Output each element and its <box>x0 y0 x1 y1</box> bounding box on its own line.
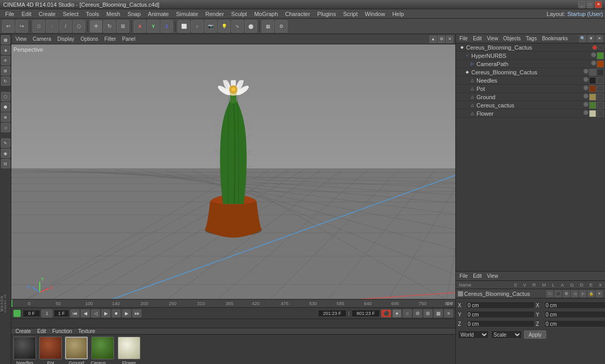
scale-tool-button[interactable]: ⊞ <box>117 20 129 33</box>
attr-btn-3[interactable]: ⚙ <box>563 290 570 297</box>
obj-nurbs-vis[interactable] <box>591 52 596 57</box>
coord-py-input[interactable] <box>544 311 605 318</box>
menu-simulate[interactable]: Simulate <box>173 10 201 18</box>
menu-help[interactable]: Help <box>389 10 407 18</box>
attr-btn-1[interactable]: □ <box>546 290 553 297</box>
menu-tools[interactable]: Tools <box>83 10 102 18</box>
axis-x-button[interactable]: X <box>134 20 146 33</box>
apply-button[interactable]: Apply <box>524 330 546 339</box>
key-button[interactable]: ⚫ <box>381 309 391 318</box>
stop-button[interactable]: ■ <box>112 309 121 318</box>
vp-filter-menu[interactable]: Filter <box>102 36 118 42</box>
menu-animate[interactable]: Animate <box>145 10 172 18</box>
obj-tags[interactable]: Tags <box>524 36 538 41</box>
mat-edit[interactable]: Edit <box>35 328 48 334</box>
obj-view[interactable]: View <box>485 36 500 41</box>
obj-group-vis[interactable] <box>583 69 588 74</box>
model-mode-button[interactable]: ◻ <box>33 20 45 33</box>
poly-mode-button[interactable]: ⬡ <box>73 20 85 33</box>
menu-plugins[interactable]: Plugins <box>314 10 339 18</box>
obj-pot-vis[interactable] <box>583 85 588 90</box>
select-tool[interactable]: ▦ <box>1 35 10 44</box>
move-tool[interactable]: ✛ <box>1 56 10 65</box>
prev-frame-button[interactable]: ◀ <box>81 309 90 318</box>
attr-btn-4[interactable]: ◁ <box>571 290 578 297</box>
paint-tool[interactable]: ✎ <box>1 138 10 148</box>
axis-z-button[interactable]: Z <box>161 20 173 33</box>
rotate-tool[interactable]: ↻ <box>1 76 10 86</box>
render-button[interactable]: ▦ <box>262 20 274 33</box>
obj-hypernurbs[interactable]: ○ HyperNURBS <box>456 52 605 60</box>
menu-snap[interactable]: Snap <box>124 10 144 18</box>
attr-view[interactable]: View <box>485 273 500 279</box>
coord-system-select[interactable]: World Object Local <box>458 330 489 339</box>
coord-y-input[interactable] <box>466 311 535 318</box>
timeline-layout[interactable]: ⊞ <box>423 309 433 318</box>
transform-mode-select[interactable]: Scale Position Rotation <box>491 330 522 339</box>
weld-tool[interactable]: ⊕ <box>1 113 10 122</box>
redo-button[interactable]: ↪ <box>15 20 28 33</box>
material-needles[interactable]: Needles <box>13 337 36 364</box>
axis-y-button[interactable]: Y <box>147 20 160 33</box>
frame-step-input[interactable] <box>54 310 69 317</box>
obj-cereus-cactus[interactable]: △ Cereus_cactus <box>456 101 605 109</box>
next-frame-button[interactable]: ▶ <box>122 309 131 318</box>
last-frame-button[interactable]: ⏭ <box>132 309 141 318</box>
knife-tool[interactable]: ◇ <box>1 123 10 132</box>
obj-flower[interactable]: △ Flower <box>456 109 605 118</box>
auto-key-button[interactable]: ● <box>392 309 402 318</box>
first-frame-button[interactable]: ⏮ <box>70 309 79 318</box>
menu-file[interactable]: File <box>2 10 18 18</box>
sphere-button[interactable]: ○ <box>191 20 203 33</box>
rotate-tool-button[interactable]: ↻ <box>103 20 116 33</box>
obj-cereus-group[interactable]: ◆ Cereus_Blooming_Cactus <box>456 68 605 76</box>
timeline-settings[interactable]: ⚙ <box>413 309 422 318</box>
cube-button[interactable]: ⬜ <box>178 20 190 33</box>
mat-function[interactable]: Function <box>50 328 74 334</box>
record-indicator[interactable] <box>13 310 21 317</box>
menu-script[interactable]: Script <box>340 10 361 18</box>
bevel-tool[interactable]: ⬢ <box>1 102 10 112</box>
nurbs-button[interactable]: ∿ <box>231 20 244 33</box>
obj-camera-vis[interactable] <box>591 60 596 66</box>
coord-hx-input[interactable] <box>544 302 605 309</box>
obj-flower-vis[interactable] <box>583 110 588 115</box>
minimize-button[interactable]: _ <box>578 1 585 8</box>
3d-viewport[interactable]: X Y Z <box>11 44 455 299</box>
play-button[interactable]: ▶ <box>101 309 110 318</box>
obj-ground-vis[interactable] <box>583 93 588 99</box>
total-time-input[interactable] <box>352 310 380 317</box>
material-flower[interactable]: Flower <box>118 337 140 364</box>
scale-tool[interactable]: ⊞ <box>1 66 10 75</box>
extrude-tool[interactable]: ⬡ <box>1 92 10 101</box>
obj-bookmarks[interactable]: Bookmarks <box>540 36 569 41</box>
obj-search-button[interactable]: 🔍 <box>579 35 586 42</box>
attr-edit[interactable]: Edit <box>471 273 483 279</box>
obj-camerapath[interactable]: ▷ CameraPath <box>456 60 605 68</box>
menu-window[interactable]: Window <box>362 10 388 18</box>
material-ground[interactable]: Ground <box>65 337 88 364</box>
menu-create[interactable]: Create <box>36 10 59 18</box>
obj-root-dot[interactable] <box>592 45 597 50</box>
attr-btn-2[interactable]: ⚫ <box>554 290 562 297</box>
menu-select[interactable]: Select <box>60 10 82 18</box>
layout-value[interactable]: Startup (User) <box>567 11 603 17</box>
vp-panel-menu[interactable]: Panel <box>120 36 138 42</box>
mat-texture[interactable]: Texture <box>76 328 98 334</box>
timeline-playhead[interactable] <box>11 299 12 307</box>
vp-display-menu[interactable]: Display <box>55 36 76 42</box>
menu-character[interactable]: Character <box>282 10 313 18</box>
mat-create[interactable]: Create <box>13 328 33 334</box>
coord-x-input[interactable] <box>466 302 535 309</box>
coord-z-input[interactable] <box>466 320 535 327</box>
obj-ground[interactable]: △ Ground <box>456 93 605 101</box>
obj-pot[interactable]: △ Pot <box>456 85 605 93</box>
obj-collapse-button[interactable]: ✕ <box>596 35 603 42</box>
camera-button[interactable]: 📷 <box>204 20 217 33</box>
attr-file[interactable]: File <box>458 273 469 279</box>
attr-btn-lock[interactable]: 🔒 <box>587 290 595 297</box>
vp-settings[interactable]: ⚙ <box>438 36 445 43</box>
vp-camera-menu[interactable]: Camera <box>31 36 54 42</box>
live-select[interactable]: ◈ <box>1 45 10 55</box>
close-button[interactable]: ✕ <box>595 1 602 8</box>
